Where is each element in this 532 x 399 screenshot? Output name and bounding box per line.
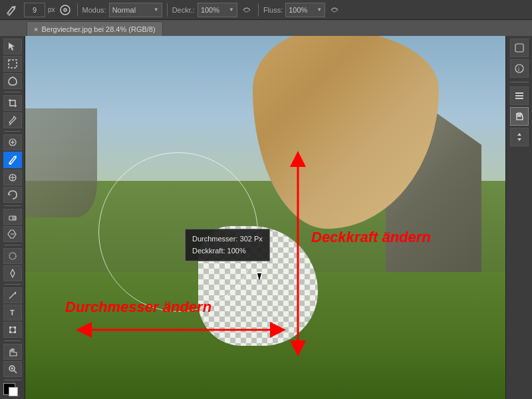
tool-crop[interactable] <box>3 95 22 111</box>
pressure-icon <box>240 3 253 17</box>
left-toolbar: T <box>0 36 25 399</box>
fluss-value: 100% <box>289 6 307 14</box>
svg-point-8 <box>9 163 11 165</box>
tool-select-rect[interactable] <box>3 56 22 72</box>
tab-bar: × Bergviecher.jpg bei 28.4% (RGB/8) <box>0 20 532 36</box>
tool-blur[interactable] <box>3 248 22 264</box>
svg-rect-16 <box>9 327 11 329</box>
right-btn-toggle[interactable] <box>510 39 529 57</box>
pressure-icon-2 <box>328 3 341 17</box>
tool-dodge[interactable] <box>3 265 22 281</box>
svg-rect-17 <box>14 327 16 329</box>
tool-clone[interactable] <box>3 170 22 186</box>
fluss-label: Fluss: <box>263 6 283 14</box>
svg-point-2 <box>64 9 66 11</box>
svg-point-0 <box>7 13 10 15</box>
tool-eyedrop[interactable] <box>3 112 22 128</box>
tool-history-brush[interactable] <box>3 187 22 203</box>
deckkraft-label: Deckr.: <box>172 6 195 14</box>
tool-sep-1 <box>4 92 21 92</box>
tool-heal[interactable] <box>3 134 22 150</box>
right-btn-info[interactable]: i <box>510 59 529 78</box>
right-btn-updown[interactable] <box>510 128 529 146</box>
brush-size-display[interactable]: 9 <box>24 3 45 17</box>
svg-rect-29 <box>515 92 523 94</box>
tool-sep-2 <box>4 131 21 132</box>
canvas-area[interactable]: Durchmesser: 302 Px Deckkraft: 100% Durc… <box>25 36 505 399</box>
tool-eraser[interactable] <box>3 209 22 225</box>
modus-dropdown[interactable]: Normal ▼ <box>109 3 162 17</box>
toolbar-sep-1 <box>77 3 78 17</box>
modus-label: Modus: <box>82 6 106 14</box>
tool-fill[interactable] <box>3 226 22 242</box>
svg-point-27 <box>515 65 523 72</box>
top-toolbar: 9 px Modus: Normal ▼ Deckr.: 100% ▼ Flus… <box>0 0 532 20</box>
tool-zoom[interactable] <box>3 361 22 377</box>
tool-path[interactable] <box>3 322 22 338</box>
tab-title: Bergviecher.jpg bei 28.4% (RGB/8) <box>41 25 155 33</box>
tool-sep-5 <box>4 284 21 285</box>
svg-rect-13 <box>12 216 16 220</box>
tool-move[interactable] <box>3 39 22 55</box>
svg-rect-18 <box>14 331 16 333</box>
brush-options-btn[interactable] <box>58 3 72 17</box>
svg-text:T: T <box>10 309 15 317</box>
annotation-arrows <box>25 36 505 399</box>
svg-rect-19 <box>9 331 11 333</box>
tool-lasso[interactable] <box>3 73 22 89</box>
right-panel: i <box>505 36 532 399</box>
svg-rect-31 <box>515 98 523 99</box>
svg-rect-26 <box>515 44 523 52</box>
tool-hand[interactable] <box>3 344 22 360</box>
tool-sep-7 <box>4 380 21 380</box>
toolbar-sep-3 <box>258 3 259 17</box>
tool-sep-4 <box>4 245 21 245</box>
right-btn-hand[interactable] <box>510 107 529 126</box>
fluss-arrow: ▼ <box>317 7 322 13</box>
deckkraft-dropdown[interactable]: 100% ▼ <box>198 3 237 17</box>
svg-line-21 <box>14 370 17 373</box>
svg-text:i: i <box>518 66 519 72</box>
tool-sep-3 <box>4 205 21 206</box>
toolbar-sep-2 <box>167 3 168 17</box>
svg-rect-30 <box>515 95 523 96</box>
brush-icon <box>3 1 21 19</box>
brush-size-value: 9 <box>33 6 37 14</box>
tool-sep-6 <box>4 340 21 341</box>
svg-point-1 <box>61 5 70 15</box>
modus-value: Normal <box>112 6 136 14</box>
tool-type[interactable]: T <box>3 305 22 321</box>
svg-rect-3 <box>9 60 17 68</box>
main-layout: T <box>0 36 532 399</box>
tool-brush[interactable] <box>3 152 22 168</box>
color-swatches[interactable] <box>3 383 22 399</box>
modus-dropdown-arrow: ▼ <box>154 7 159 13</box>
svg-line-4 <box>9 124 11 125</box>
deckkraft-arrow: ▼ <box>229 7 234 13</box>
right-sep <box>510 82 529 82</box>
document-tab[interactable]: × Bergviecher.jpg bei 28.4% (RGB/8) <box>27 21 163 36</box>
brush-size-unit: px <box>48 6 55 13</box>
deckkraft-value: 100% <box>201 6 219 14</box>
right-btn-panels[interactable] <box>510 86 529 105</box>
tool-pen[interactable] <box>3 287 22 303</box>
fluss-dropdown[interactable]: 100% ▼ <box>285 3 325 17</box>
tab-close-btn[interactable]: × <box>34 25 38 33</box>
svg-point-14 <box>9 253 16 259</box>
